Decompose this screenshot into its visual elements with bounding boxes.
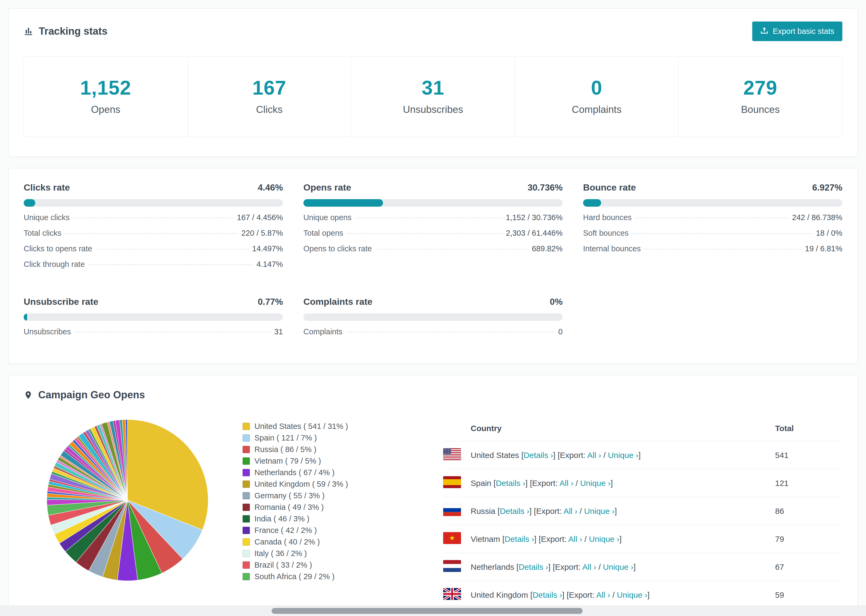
rate-detail-value: 31 <box>274 327 283 336</box>
rate-detail-row: Internal bounces19 / 6.81% <box>583 244 842 260</box>
rate-detail-value: 4.147% <box>257 260 283 269</box>
dotted-leader <box>632 233 812 234</box>
rate-progress-track <box>24 199 283 207</box>
export-all-link[interactable]: All › <box>564 507 578 515</box>
geo-table-row: Vietnam [Details ›] [Export: All › / Uni… <box>443 525 842 553</box>
geo-title: Campaign Geo Opens <box>24 389 145 401</box>
slash: / <box>598 563 601 571</box>
flag-us-icon <box>443 448 461 460</box>
dotted-leader <box>65 233 238 234</box>
export-prefix: [Export: <box>558 451 586 460</box>
rate-detail-row: Soft bounces18 / 0% <box>583 229 842 244</box>
bar-chart-icon <box>24 27 33 36</box>
rate-detail-label: Unsubscribes <box>24 327 71 336</box>
bracket-close: ] <box>619 534 622 544</box>
rates-card: Clicks rate 4.46% Unique clicks167 / 4.4… <box>8 168 858 364</box>
rate-progress-fill <box>24 199 35 207</box>
map-pin-icon <box>24 391 33 400</box>
legend-swatch <box>242 481 250 488</box>
dotted-leader <box>346 233 502 234</box>
rate-detail-value: 19 / 6.81% <box>805 244 842 253</box>
export-prefix: [Export: <box>567 591 594 599</box>
details-link[interactable]: Details › <box>505 534 534 544</box>
rate-percent: 6.927% <box>812 182 842 193</box>
rate-rows: Unique opens1,152 / 30.736%Total opens2,… <box>303 213 563 260</box>
geo-pie-chart <box>44 417 211 585</box>
tracking-stats-title: Tracking stats <box>24 25 107 37</box>
legend-swatch <box>242 457 250 465</box>
rate-progress-track <box>24 313 283 321</box>
stat-value: 167 <box>188 76 351 99</box>
geo-title-text: Campaign Geo Opens <box>38 389 145 401</box>
export-unique-link[interactable]: Unique › <box>617 591 647 599</box>
rate-panel: Clicks rate 4.46% Unique clicks167 / 4.4… <box>24 182 283 275</box>
export-unique-link[interactable]: Unique › <box>584 507 614 515</box>
country-name: United States <box>471 451 519 460</box>
legend-label: Spain ( 121 / 7% ) <box>254 434 317 442</box>
export-all-link[interactable]: All › <box>596 591 610 599</box>
country-column-header: Country <box>471 417 775 441</box>
rate-head: Opens rate 30.736% <box>303 182 563 193</box>
rate-progress-track <box>303 199 563 207</box>
stat-value: 1,152 <box>24 76 187 99</box>
country-total: 86 <box>775 497 842 525</box>
details-link[interactable]: Details › <box>532 591 562 599</box>
total-column-header: Total <box>775 417 842 441</box>
details-link[interactable]: Details › <box>496 479 525 487</box>
rate-detail-value: 689.82% <box>532 244 563 253</box>
rate-detail-row: Unique clicks167 / 4.456% <box>24 213 283 229</box>
rate-detail-label: Soft bounces <box>583 229 628 237</box>
rate-head: Complaints rate 0% <box>303 297 563 307</box>
details-link[interactable]: Details › <box>500 507 529 515</box>
export-unique-link[interactable]: Unique › <box>580 479 611 487</box>
legend-item: South Africa ( 29 / 2% ) <box>242 571 425 582</box>
legend-item: Spain ( 121 / 7% ) <box>242 432 425 444</box>
legend-item: India ( 46 / 3% ) <box>242 513 425 525</box>
rate-detail-label: Total opens <box>303 229 343 237</box>
rate-title: Bounce rate <box>583 182 636 193</box>
legend-label: United States ( 541 / 31% ) <box>254 422 348 431</box>
legend-label: Italy ( 36 / 2% ) <box>254 549 307 558</box>
flag-es-icon <box>443 476 461 488</box>
legend-label: Brazil ( 33 / 2% ) <box>254 561 312 569</box>
details-link[interactable]: Details › <box>518 563 548 571</box>
legend-item: France ( 42 / 2% ) <box>242 525 425 536</box>
export-all-link[interactable]: All › <box>582 563 596 571</box>
export-prefix: [Export: <box>553 563 580 571</box>
country-cell: United States [Details ›] [Export: All ›… <box>471 441 775 469</box>
bracket-close: ] <box>614 507 617 515</box>
export-unique-link[interactable]: Unique › <box>589 534 619 544</box>
tracking-stats-card: Tracking stats Export basic stats 1,152 … <box>8 8 858 157</box>
geo-table-row: United Kingdom [Details ›] [Export: All … <box>443 581 842 609</box>
horizontal-scrollbar[interactable] <box>0 605 866 616</box>
legend-swatch <box>242 504 250 511</box>
details-link[interactable]: Details › <box>524 451 553 460</box>
bracket-close: ] <box>562 591 564 599</box>
rate-detail-value: 14.497% <box>252 244 283 253</box>
legend-swatch <box>242 515 250 522</box>
export-unique-link[interactable]: Unique › <box>608 451 638 460</box>
rate-detail-row: Complaints0 <box>303 327 563 343</box>
rate-detail-row: Opens to clicks rate689.82% <box>303 244 563 260</box>
export-basic-stats-button[interactable]: Export basic stats <box>752 22 842 41</box>
bracket-open: [ <box>502 534 505 544</box>
legend-item: Canada ( 40 / 2% ) <box>242 536 425 548</box>
rate-title: Opens rate <box>303 182 351 193</box>
legend-swatch <box>242 538 250 545</box>
bracket-close: ] <box>534 534 536 544</box>
rate-detail-label: Clicks to opens rate <box>24 244 92 253</box>
export-all-link[interactable]: All › <box>568 534 582 544</box>
bracket-close: ] <box>611 479 612 487</box>
legend-item: United Kingdom ( 59 / 3% ) <box>242 478 425 490</box>
legend-swatch <box>242 423 250 430</box>
scrollbar-thumb[interactable] <box>272 608 583 614</box>
export-prefix: [Export: <box>534 507 562 515</box>
rate-detail-row: Hard bounces242 / 86.738% <box>583 213 842 229</box>
dotted-leader <box>73 218 234 218</box>
country-name: Netherlands <box>471 563 514 571</box>
export-all-link[interactable]: All › <box>559 479 573 487</box>
stat-box: 0 Complaints <box>515 56 679 137</box>
legend-swatch <box>242 550 250 557</box>
export-unique-link[interactable]: Unique › <box>603 563 633 571</box>
export-all-link[interactable]: All › <box>587 451 601 460</box>
